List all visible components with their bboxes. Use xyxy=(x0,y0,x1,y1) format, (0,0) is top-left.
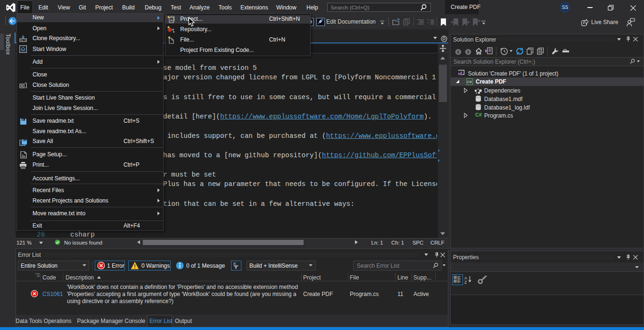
svg-text:Z: Z xyxy=(464,280,467,284)
